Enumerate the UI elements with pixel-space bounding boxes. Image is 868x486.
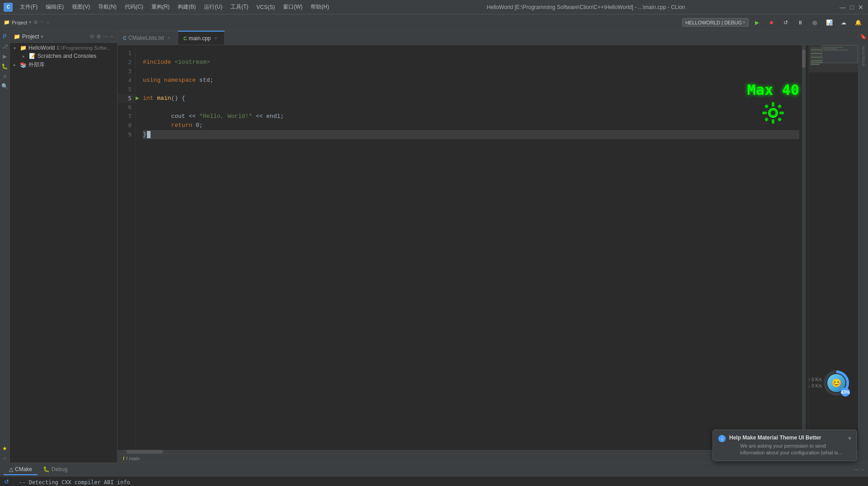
scrollbar-thumb[interactable] [802,50,806,68]
sidebar-header-icons: ⟳ ⚙ ⋯ − [90,33,113,40]
menu-file[interactable]: 文件(F) [16,2,41,12]
sidebar-folder-icon: 📁 [14,33,20,40]
stop-button[interactable]: ■ [765,16,778,29]
scrollbar-track[interactable] [802,45,806,450]
right-icon-bookmarks[interactable]: 🔖 [859,33,868,41]
tree-item-scratches[interactable]: ▸ 📝 Scratches and Consoles [19,52,117,60]
keyword-include: #include [143,58,171,67]
run-button[interactable]: ▶ [750,16,763,29]
tab-cmake-label: CMakeLists.txt [128,35,164,41]
tree-arrow-scratches: ▸ [23,54,27,59]
toolbar-icon-settings[interactable]: ⚙ [33,19,38,25]
activity-star2[interactable]: ☆ [1,454,9,463]
line-num-5: 5 [118,85,135,94]
console-line-1: -- Detecting CXX compiler ABI info [19,478,863,486]
run-config-label: HELLOWORLD | DEBUG [685,20,742,25]
left-activity-bar: P ⎇ ▶ 🐛 ≡ 🔍 ★ ☆ [0,31,10,463]
bottom-minimize-icon[interactable]: − [861,467,864,473]
code-line-2: #include <iostream> [143,58,799,67]
activity-project[interactable]: P [1,33,9,41]
project-dropdown-arrow[interactable]: ▾ [29,19,32,25]
tab-cmake-close[interactable]: × [166,35,172,41]
line-num-6: 5 [118,94,135,103]
menu-tools[interactable]: 工具(T) [227,2,252,12]
menu-vcs[interactable]: VCS(S) [253,3,278,12]
tab-main-close[interactable]: × [212,35,219,42]
bottom-content: ↺ ■ ↑ ↓ △ ≡ ☰ ⋮ △ ■ -- Detecting CXX com… [0,477,868,486]
sidebar-menu-icon[interactable]: ⋯ [103,33,108,40]
notification-expand-icon[interactable]: ▾ [848,435,851,442]
download-speed: ↓ 0 K/s [808,383,822,389]
cmake-tab-icon: △ [9,466,13,472]
activity-run[interactable]: ▶ [1,52,9,61]
activity-find[interactable]: 🔍 [1,82,9,90]
code-line-10: } [143,130,799,139]
menu-help[interactable]: 帮助(H) [307,2,333,12]
bl-icon-reload[interactable]: ↺ [2,478,11,485]
minimize-button[interactable]: — [839,4,846,11]
extra-btn1[interactable]: ☁ [837,16,850,29]
network-widget: ↑ 0 K/s ↓ 0 K/s 😊 43% [808,370,849,396]
project-tree: ▾ 📁 HelloWorld E:\Programming Softw... ▸… [10,43,117,463]
profiler-button[interactable]: 📊 [823,16,835,29]
vertical-scrollbar[interactable] [799,45,808,450]
menu-build[interactable]: 构建(B) [174,2,199,12]
run-config-arrow[interactable]: ▾ [743,19,745,25]
extra-btn2[interactable]: 🔔 [852,16,864,29]
tree-label-scratches: Scratches and Consoles [38,53,96,59]
bottom-tab-debug[interactable]: 🐛 Debug [38,464,73,475]
cursor-caret [147,131,151,138]
tree-item-helloworld[interactable]: ▾ 📁 HelloWorld E:\Programming Softw... [10,44,117,52]
code-line-3 [143,67,799,76]
main-layout: P ⎇ ▶ 🐛 ≡ 🔍 ★ ☆ 📁 Project ▾ ⟳ ⚙ ⋯ − [0,31,868,463]
tab-main-icon: C [184,36,187,41]
coverage-button[interactable]: ◎ [808,16,821,29]
activity-debug[interactable]: 🐛 [1,62,9,70]
tab-main[interactable]: C main.cpp × [178,31,225,45]
tab-cmake[interactable]: C CMakeLists.txt × [118,31,178,45]
menu-refactor[interactable]: 重构(R) [148,2,174,12]
sidebar-title-label: Project [22,33,39,40]
titlebar-left: C 文件(F) 编辑(E) 视图(V) 导航(N) 代码(C) 重构(R) 构建… [4,2,333,12]
menu-window[interactable]: 窗口(W) [279,2,306,12]
activity-structure[interactable]: ≡ [1,72,9,80]
right-icon-word[interactable]: Word Block [859,42,868,70]
reload-button[interactable]: ↺ [779,16,792,29]
upload-speed: ↑ 0 K/s [808,377,822,383]
titlebar-menus: 文件(F) 编辑(E) 视图(V) 导航(N) 代码(C) 重构(R) 构建(B… [16,2,333,12]
menu-nav[interactable]: 导航(N) [94,2,120,12]
code-content[interactable]: #include <iostream> using namespace std; [136,45,799,450]
sidebar-dropdown-icon[interactable]: ▾ [41,33,43,40]
project-dropdown[interactable]: Project [12,20,27,25]
sidebar-collapse-icon[interactable]: − [110,33,113,40]
activity-favorites[interactable]: ★ [1,444,9,453]
hscroll-thumb[interactable] [127,450,163,453]
console-output[interactable]: -- Detecting CXX compiler ABI info -- De… [14,477,868,486]
menu-run[interactable]: 运行(U) [200,2,226,12]
toolbar-icon-more[interactable]: ⋯ [40,19,45,25]
menu-view[interactable]: 视图(V) [68,2,94,12]
pause-button[interactable]: ⏸ [794,16,807,29]
notification-popup: i Help Make Material Theme UI Better We … [712,430,857,461]
titlebar-controls: — □ ✕ [839,4,864,11]
code-editor[interactable]: 1 2 3 4 5 5 6 7 8 9 #include <iostream [118,45,858,450]
code-line-6: ▶ int main () { [143,94,799,103]
bottom-more-icon[interactable]: ⋯ [854,467,859,473]
sidebar: 📁 Project ▾ ⟳ ⚙ ⋯ − ▾ 📁 HelloWorld E:\Pr… [10,31,118,463]
menu-edit[interactable]: 编辑(E) [42,2,67,12]
code-line-8: cout << "Hello, World!" << endl; [143,112,799,121]
sidebar-sync-icon[interactable]: ⟳ [90,33,94,40]
close-button[interactable]: ✕ [857,4,864,11]
bottom-tab-cmake[interactable]: △ CMake [4,464,38,475]
toolbar-icon-minus[interactable]: − [47,20,49,25]
network-speeds: ↑ 0 K/s ↓ 0 K/s [808,377,822,389]
maximize-button[interactable]: □ [848,4,855,11]
network-percent-badge: 43% [841,388,850,397]
tree-item-external[interactable]: ▸ 📚 外部库 [10,60,117,70]
activity-commit[interactable]: ⎇ [1,42,9,51]
sidebar-settings-icon[interactable]: ⚙ [96,33,101,40]
menu-code[interactable]: 代码(C) [121,2,147,12]
line-num-10: 9 [118,130,135,139]
tree-arrow-helloworld: ▾ [14,46,18,51]
run-indicator-icon[interactable]: ▶ [136,94,139,103]
